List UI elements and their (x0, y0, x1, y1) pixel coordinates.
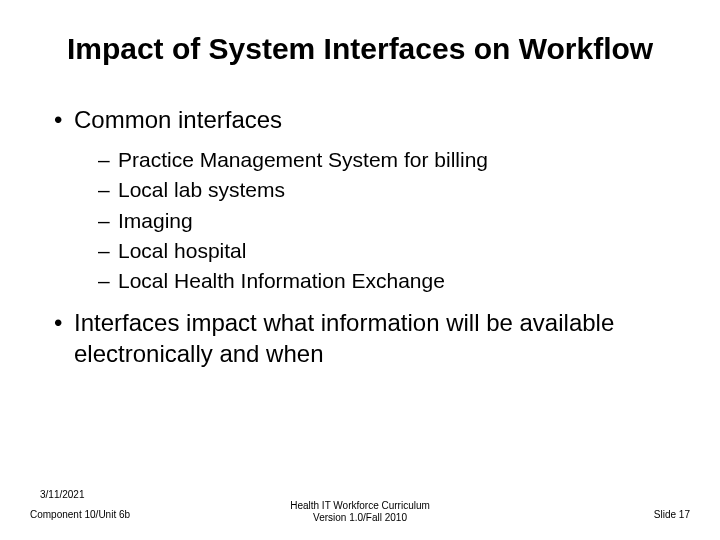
bullet-text: Common interfaces (74, 106, 282, 133)
footer-component: Component 10/Unit 6b (30, 509, 130, 520)
sub-bullet-list: Practice Management System for billing L… (74, 145, 680, 297)
footer-curriculum: Health IT Workforce Curriculum Version 1… (290, 500, 430, 524)
footer-date: 3/11/2021 (40, 489, 85, 500)
footer-slide-number: Slide 17 (654, 509, 690, 520)
footer-curriculum-line1: Health IT Workforce Curriculum (290, 500, 430, 512)
bullet-text: Interfaces impact what information will … (74, 309, 614, 367)
footer-curriculum-line2: Version 1.0/Fall 2010 (290, 512, 430, 524)
sub-bullet-item: Imaging (98, 206, 680, 236)
sub-bullet-item: Local hospital (98, 236, 680, 266)
bullet-item: Interfaces impact what information will … (50, 307, 680, 369)
sub-bullet-item: Local Health Information Exchange (98, 266, 680, 296)
bullet-item: Common interfaces Practice Management Sy… (50, 104, 680, 297)
slide-title: Impact of System Interfaces on Workflow (40, 30, 680, 68)
sub-bullet-item: Local lab systems (98, 175, 680, 205)
bullet-list: Common interfaces Practice Management Sy… (40, 104, 680, 370)
sub-bullet-item: Practice Management System for billing (98, 145, 680, 175)
slide: Impact of System Interfaces on Workflow … (0, 0, 720, 540)
